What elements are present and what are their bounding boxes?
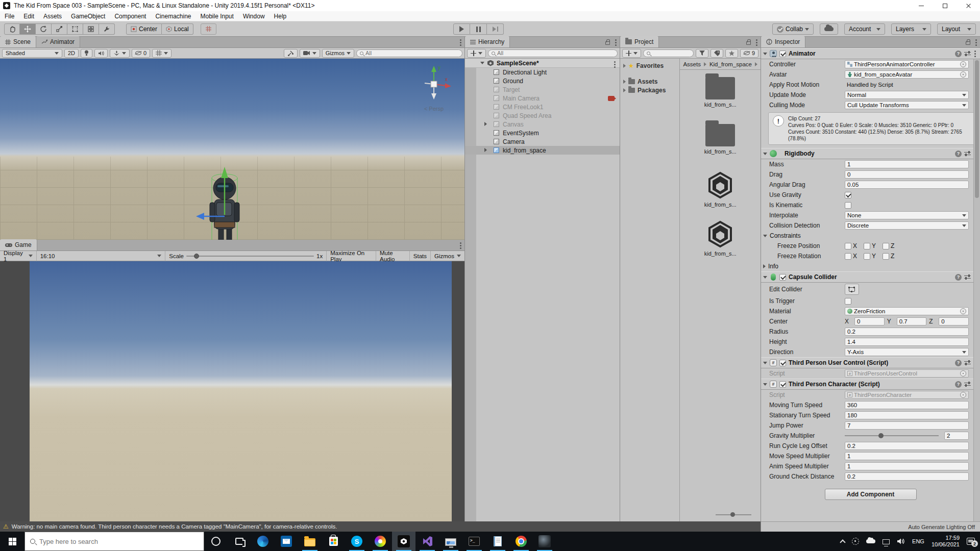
game-gizmos-dropdown[interactable]: Gizmos [430, 251, 464, 261]
slider-thumb[interactable] [878, 433, 884, 438]
animator-component-header[interactable]: Animator [761, 48, 980, 59]
onedrive-icon[interactable] [866, 539, 875, 543]
taskbar-game-app[interactable] [533, 532, 556, 551]
asset-item-unity-2[interactable]: kid_from_s... [680, 220, 761, 257]
project-search-input[interactable] [652, 50, 690, 56]
taskbar-search-input[interactable] [39, 538, 199, 545]
is-trigger-checkbox[interactable] [845, 298, 851, 305]
scene-audio-button[interactable] [94, 49, 108, 58]
project-zoom-slider[interactable] [716, 514, 751, 515]
tab-hierarchy[interactable]: Hierarchy [465, 36, 510, 47]
taskbar-performance-monitor[interactable] [439, 532, 462, 551]
screen-snip-icon[interactable] [852, 538, 859, 545]
help-icon[interactable] [955, 274, 962, 281]
foldout-closed-icon[interactable] [484, 148, 487, 152]
taskbar-skype[interactable] [345, 532, 369, 551]
material-object-field[interactable]: ZeroFriction [845, 307, 969, 315]
perspective-label[interactable]: < Persp [412, 106, 455, 112]
cortana-button[interactable] [204, 532, 228, 551]
scene-search[interactable] [356, 49, 462, 57]
pause-button[interactable] [470, 23, 487, 35]
radius-field[interactable]: 0.2 [845, 328, 969, 336]
height-field[interactable]: 1.4 [845, 338, 969, 346]
menu-assets[interactable]: Assets [39, 11, 66, 21]
freeze-position-z-checkbox[interactable] [883, 243, 889, 249]
tab-project[interactable]: Project [620, 36, 659, 47]
rigidbody-info-foldout[interactable]: Info [761, 261, 980, 271]
status-bar[interactable]: ⚠ Warning: no main camera found. Third p… [0, 521, 761, 532]
scene-camera-dropdown[interactable] [300, 49, 320, 58]
culling-mode-dropdown[interactable]: Cull Update Transforms [845, 101, 969, 109]
foldout-closed-icon[interactable] [484, 122, 487, 126]
zoom-slider-thumb[interactable] [730, 512, 735, 517]
hierarchy-menu-icon[interactable] [614, 38, 618, 47]
scene-tools-button[interactable] [284, 49, 298, 58]
scene-panel-menu-icon[interactable] [459, 38, 462, 47]
foldout-closed-icon[interactable] [623, 88, 626, 92]
update-mode-dropdown[interactable]: Normal [845, 91, 969, 99]
hierarchy-search[interactable] [488, 49, 618, 57]
asset-item-folder-2[interactable]: kid_from_s... [680, 124, 761, 155]
play-button[interactable] [453, 23, 470, 35]
taskbar-visual-studio[interactable] [415, 532, 439, 551]
scene-search-input[interactable] [365, 50, 459, 56]
shading-mode-dropdown[interactable]: Shaded [2, 49, 62, 58]
language-indicator[interactable]: ENG [912, 538, 924, 544]
gravity-multiplier-field[interactable]: 2 [944, 432, 969, 440]
taskbar-command-prompt[interactable] [462, 532, 486, 551]
breadcrumb-root[interactable]: Assets [683, 61, 701, 67]
taskbar-clock[interactable]: 17:59 10/06/2021 [932, 535, 960, 548]
taskbar-search[interactable] [24, 532, 204, 551]
taskbar-store[interactable] [322, 532, 345, 551]
foldout-open-icon[interactable] [763, 53, 767, 55]
capsule-collider-enabled-checkbox[interactable] [779, 274, 786, 281]
hierarchy-scene-row[interactable]: SampleScene* [465, 59, 620, 68]
component-menu-icon[interactable] [973, 49, 977, 58]
tree-item-packages[interactable]: Packages [620, 86, 679, 94]
foldout-open-icon[interactable] [763, 383, 767, 386]
is-kinematic-checkbox[interactable] [845, 202, 851, 209]
hierarchy-item-main-camera[interactable]: Main Camera [465, 94, 620, 103]
foldout-open-icon[interactable] [763, 276, 767, 279]
start-button[interactable] [0, 532, 24, 551]
menu-edit[interactable]: Edit [19, 11, 39, 21]
foldout-closed-icon[interactable] [623, 80, 626, 84]
freeze-position-y-checkbox[interactable] [864, 243, 870, 249]
run-cycle-field[interactable]: 0.2 [845, 442, 969, 450]
collision-detection-dropdown[interactable]: Discrete [845, 221, 969, 230]
search-by-label-button[interactable] [710, 49, 723, 58]
scale-tool-button[interactable] [52, 23, 67, 35]
scene-visibility-button[interactable]: 0 [132, 49, 150, 58]
menu-gameobject[interactable]: GameObject [66, 11, 110, 21]
moving-turn-speed-field[interactable]: 360 [845, 401, 969, 409]
preset-icon[interactable] [964, 151, 971, 157]
drag-field[interactable]: 0 [845, 170, 969, 179]
game-panel-menu-icon[interactable] [459, 241, 462, 250]
display-dropdown[interactable]: Display 1 [0, 251, 37, 261]
move-tool-button[interactable] [20, 23, 36, 35]
scene-effects-dropdown[interactable] [110, 49, 130, 58]
hierarchy-create-button[interactable] [467, 49, 486, 58]
help-icon[interactable] [955, 381, 962, 388]
aspect-ratio-dropdown[interactable]: 16:10 [37, 251, 166, 261]
maximize-button[interactable] [933, 0, 957, 11]
rotate-tool-button[interactable] [36, 23, 52, 35]
hierarchy-item-quad-speed-area[interactable]: Quad Speed Area [465, 111, 620, 120]
preset-icon[interactable] [964, 51, 971, 57]
center-z-field[interactable]: 0 [939, 317, 969, 325]
pivot-toggle-button[interactable]: Center [126, 23, 162, 35]
angular-drag-field[interactable]: 0.05 [845, 181, 969, 189]
kid-from-space-character[interactable] [193, 152, 259, 240]
hand-tool-button[interactable] [4, 23, 20, 35]
help-icon[interactable] [955, 51, 962, 57]
minimize-button[interactable] [910, 0, 933, 11]
layers-dropdown[interactable]: Layers [891, 23, 931, 35]
scene-grid-dropdown[interactable] [152, 49, 172, 58]
menu-help[interactable]: Help [270, 11, 291, 21]
asset-item-unity-1[interactable]: kid_from_s... [680, 171, 761, 208]
scale-slider[interactable] [186, 256, 314, 257]
character-enabled-checkbox[interactable] [779, 381, 786, 388]
project-visibility-button[interactable]: 9 [740, 49, 758, 58]
foldout-closed-icon[interactable] [623, 64, 626, 68]
freeze-position-x-checkbox[interactable] [845, 243, 851, 249]
